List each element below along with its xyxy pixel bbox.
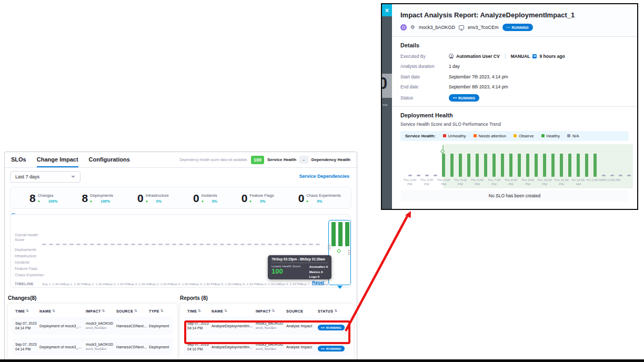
timeline-slot[interactable] bbox=[158, 244, 163, 245]
column-header-name[interactable]: NAME⇅ bbox=[39, 309, 86, 313]
tab-configurations[interactable]: Configurations bbox=[89, 152, 130, 167]
timeline-slot[interactable] bbox=[288, 244, 293, 245]
x-tick-label: Thu 2:00 PM bbox=[401, 178, 418, 186]
chart-slot bbox=[599, 175, 608, 177]
timeline-slot[interactable] bbox=[240, 244, 245, 245]
sort-icon[interactable]: ⇅ bbox=[160, 309, 164, 313]
timeline-slot[interactable] bbox=[104, 244, 108, 245]
timeline-slot[interactable] bbox=[227, 244, 231, 245]
column-header-time[interactable]: TIME⇅ bbox=[187, 309, 212, 313]
timeline-slot[interactable] bbox=[254, 244, 258, 245]
timeline-slot[interactable] bbox=[131, 244, 135, 245]
sort-icon[interactable]: ⇅ bbox=[26, 309, 29, 313]
reports-table-title: Reports (8) bbox=[180, 295, 208, 301]
sort-icon[interactable]: ⇅ bbox=[134, 309, 137, 313]
timeline-slot[interactable] bbox=[213, 244, 217, 245]
drag-handle-right[interactable] bbox=[348, 250, 351, 255]
timeline-slot[interactable] bbox=[234, 244, 238, 245]
sort-icon[interactable]: ⇅ bbox=[272, 309, 275, 313]
stat-value: 0 bbox=[298, 193, 305, 204]
column-header-time[interactable]: TIME⇅ bbox=[15, 309, 39, 313]
column-header-type[interactable]: TYPE⇅ bbox=[149, 309, 177, 313]
timeline-slot[interactable] bbox=[165, 244, 169, 245]
timeline-slot[interactable] bbox=[247, 244, 251, 245]
timeline-slot[interactable] bbox=[268, 244, 272, 245]
timeline-slot[interactable] bbox=[179, 244, 183, 245]
stat-incidents: 0Incidents0% bbox=[193, 193, 217, 204]
timeline-slot[interactable] bbox=[193, 244, 197, 245]
status-badge-label: RUNNING bbox=[512, 26, 529, 29]
table-row[interactable]: Sep 07, 202304:14 PMAnalyzeDeploymentIm.… bbox=[184, 317, 349, 335]
table-row[interactable]: Sep 07, 202304:10 PMAnalyzeDeploymentIm.… bbox=[184, 338, 349, 356]
timeline-date-label: Sep 3, 1:30 AM bbox=[128, 282, 150, 286]
timeline-slot[interactable] bbox=[110, 244, 115, 245]
sort-icon[interactable]: ⇅ bbox=[102, 309, 105, 313]
time-range-dropdown[interactable]: Last 7 days bbox=[10, 171, 80, 183]
tooltip-counter: Metrics 0 bbox=[309, 270, 328, 275]
timeline-slot[interactable] bbox=[69, 244, 74, 245]
trend-up-icon bbox=[249, 200, 251, 202]
timeline-slot[interactable] bbox=[56, 244, 60, 245]
timeline-slot[interactable] bbox=[316, 244, 320, 245]
timeline-slot[interactable] bbox=[302, 244, 306, 245]
timeline-slot[interactable] bbox=[117, 244, 122, 245]
sort-icon[interactable]: ⇅ bbox=[198, 309, 201, 313]
start-date-row: Start date September 7th 2023, 4:14 pm bbox=[400, 74, 629, 79]
environment-icon bbox=[459, 25, 464, 29]
timeline-slot[interactable] bbox=[49, 244, 53, 245]
table-row[interactable]: Sep 07, 202304:14 PMDeployment of mock3_… bbox=[12, 317, 173, 335]
timeline-selection-window[interactable] bbox=[328, 220, 351, 285]
timeline-slot[interactable] bbox=[145, 244, 149, 245]
column-header-status[interactable]: STATUS⇅ bbox=[318, 309, 354, 313]
timeline-slot[interactable] bbox=[138, 244, 142, 245]
timeline-slot[interactable] bbox=[124, 244, 128, 245]
healthy-bar bbox=[535, 154, 538, 177]
table-row[interactable]: Sep 07, 202304:14 PMDeployment of mock3_… bbox=[12, 338, 173, 356]
sort-icon[interactable]: ⇅ bbox=[52, 309, 55, 313]
healthy-bar bbox=[518, 154, 521, 177]
timeline-slot[interactable] bbox=[309, 244, 313, 245]
timeline-slot[interactable] bbox=[281, 244, 286, 245]
timeline-slot[interactable] bbox=[295, 244, 299, 245]
column-header-source[interactable]: SOURCE⇅ bbox=[116, 309, 149, 313]
end-date-row: End date September 8th 2023, 4:14 pm bbox=[400, 84, 629, 90]
cell-status: RUNNING bbox=[318, 321, 349, 331]
timeline-slot[interactable] bbox=[206, 244, 210, 245]
sort-icon[interactable]: ⇅ bbox=[334, 309, 337, 313]
reset-link[interactable]: Reset bbox=[312, 280, 324, 285]
timeline-slot[interactable] bbox=[152, 244, 156, 245]
row-label-overall-health: Overall Health Score bbox=[15, 233, 42, 243]
health-score-tooltip: 7thSep 03:15pm - 8thSep 01:30am Lowest H… bbox=[268, 255, 331, 279]
close-button[interactable]: × bbox=[382, 4, 392, 16]
timeline-slot[interactable] bbox=[63, 244, 67, 245]
sort-icon[interactable]: ⇅ bbox=[224, 309, 227, 313]
timeline-slot[interactable] bbox=[220, 244, 224, 245]
timeline-slot[interactable] bbox=[261, 244, 265, 245]
tab-slos[interactable]: SLOs bbox=[11, 152, 26, 167]
drag-handle-left[interactable] bbox=[328, 245, 330, 249]
legend-label: Healthy bbox=[547, 134, 560, 138]
stat-infrastructure: 0Infrastructure0% bbox=[137, 193, 169, 204]
stat-chaos-experiments: 0Chaos Experiments0% bbox=[298, 193, 341, 204]
timeline-date-label: Sep 5, 1:30 PM bbox=[236, 282, 258, 286]
timeline-slot[interactable] bbox=[83, 244, 87, 245]
timeline-slot[interactable] bbox=[186, 244, 190, 245]
service-dependencies-link[interactable]: Service Dependencies bbox=[299, 174, 349, 179]
timeline-slot[interactable] bbox=[42, 244, 46, 245]
timeline-slot[interactable] bbox=[97, 244, 101, 245]
timeline-slot[interactable] bbox=[76, 244, 80, 245]
service-name: mock3_bAOKGD bbox=[419, 25, 455, 30]
timeline-slot[interactable] bbox=[199, 244, 204, 245]
tab-change-impact[interactable]: Change Impact bbox=[37, 152, 78, 167]
column-header-impact[interactable]: IMPACT⇅ bbox=[256, 309, 286, 313]
timeline-slot[interactable] bbox=[90, 244, 94, 245]
column-header-name[interactable]: NAME⇅ bbox=[212, 309, 256, 313]
chart-slot bbox=[515, 154, 524, 177]
health-header: Dependency Health score data not availab… bbox=[180, 156, 350, 164]
healthy-bar bbox=[501, 154, 504, 177]
timeline-slot[interactable] bbox=[275, 244, 279, 245]
timeline-slot[interactable] bbox=[172, 244, 176, 245]
table-header-row: TIME⇅NAME⇅IMPACT⇅SOURCE⇅TYPE⇅ bbox=[8, 304, 177, 317]
column-header-impact[interactable]: IMPACT⇅ bbox=[86, 309, 116, 313]
cell-time: Sep 07, 202304:10 PM bbox=[187, 342, 212, 351]
